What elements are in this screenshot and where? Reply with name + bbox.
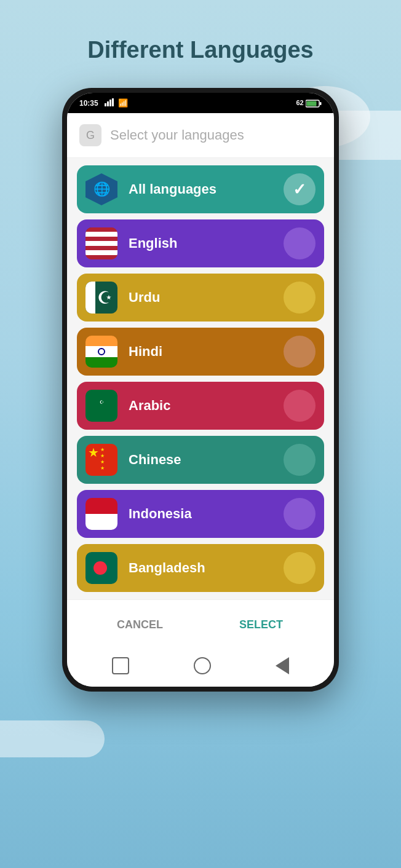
header-title: Select your languages xyxy=(110,127,244,143)
language-item-english[interactable]: English xyxy=(77,219,324,267)
flag-arabic: ☪‎ xyxy=(85,390,117,422)
flag-chinese: ★ ★ ★ ★ ★ xyxy=(85,444,117,476)
language-name-all: All languages xyxy=(129,181,284,197)
language-item-indonesia[interactable]: Indonesia xyxy=(77,490,324,538)
language-item-all[interactable]: 🌐 All languages ✓ xyxy=(77,165,324,213)
battery-icon: 62 xyxy=(296,98,322,107)
signal-icon xyxy=(105,98,116,108)
phone-screen: 10:35 📶 62 xyxy=(67,93,334,687)
language-name-bangladesh: Bangladesh xyxy=(129,560,284,576)
nav-back-icon[interactable] xyxy=(276,657,289,674)
toggle-urdu[interactable] xyxy=(284,282,316,314)
cancel-button[interactable]: CANCEL xyxy=(79,610,200,640)
toggle-english[interactable] xyxy=(284,227,316,259)
flag-hindi xyxy=(85,336,117,368)
status-right: 62 xyxy=(296,98,322,107)
svg-rect-5 xyxy=(320,102,322,105)
status-bar: 10:35 📶 62 xyxy=(67,93,334,113)
bottom-actions: CANCEL SELECT xyxy=(67,599,334,650)
language-list: 🌐 All languages ✓ xyxy=(67,158,334,599)
toggle-hindi[interactable] xyxy=(284,336,316,368)
select-button[interactable]: SELECT xyxy=(200,610,322,640)
toggle-indonesia[interactable] xyxy=(284,498,316,530)
language-name-english: English xyxy=(129,235,284,251)
language-name-hindi: Hindi xyxy=(129,344,284,360)
nav-bar xyxy=(67,650,334,687)
toggle-arabic[interactable] xyxy=(284,390,316,422)
nav-home-icon[interactable] xyxy=(194,657,211,674)
toggle-bangladesh[interactable] xyxy=(284,552,316,584)
svg-rect-0 xyxy=(105,103,106,106)
language-item-bangladesh[interactable]: Bangladesh xyxy=(77,544,324,592)
language-name-chinese: Chinese xyxy=(129,452,284,468)
page-title: Different Languages xyxy=(87,37,313,63)
language-item-urdu[interactable]: ☪ Urdu xyxy=(77,274,324,322)
translate-icon: G xyxy=(79,124,101,146)
flag-indonesia xyxy=(85,498,117,530)
language-item-arabic[interactable]: ☪‎ Arabic xyxy=(77,382,324,430)
flag-english xyxy=(85,227,117,259)
flag-bangladesh xyxy=(85,552,117,584)
nav-square-icon[interactable] xyxy=(112,657,129,674)
svg-rect-2 xyxy=(109,100,111,106)
svg-text:G: G xyxy=(86,129,95,141)
flag-globe: 🌐 xyxy=(85,173,117,205)
svg-rect-1 xyxy=(107,101,109,106)
svg-rect-3 xyxy=(112,98,114,106)
selected-checkmark: ✓ xyxy=(284,173,316,205)
language-name-arabic: Arabic xyxy=(129,398,284,414)
app-header: G Select your languages xyxy=(67,113,334,158)
phone-mockup: 10:35 📶 62 xyxy=(62,88,339,692)
globe-icon: 🌐 xyxy=(85,173,117,205)
wifi-icon: 📶 xyxy=(118,98,128,108)
toggle-chinese[interactable] xyxy=(284,444,316,476)
language-name-urdu: Urdu xyxy=(129,290,284,306)
flag-urdu: ☪ xyxy=(85,282,117,314)
language-item-chinese[interactable]: ★ ★ ★ ★ ★ Chinese xyxy=(77,436,324,484)
status-time: 10:35 xyxy=(79,99,98,108)
language-item-hindi[interactable]: Hindi xyxy=(77,328,324,376)
svg-rect-6 xyxy=(307,101,317,106)
language-name-indonesia: Indonesia xyxy=(129,506,284,522)
cloud-decoration-2 xyxy=(0,720,105,757)
status-left: 10:35 📶 xyxy=(79,98,128,108)
